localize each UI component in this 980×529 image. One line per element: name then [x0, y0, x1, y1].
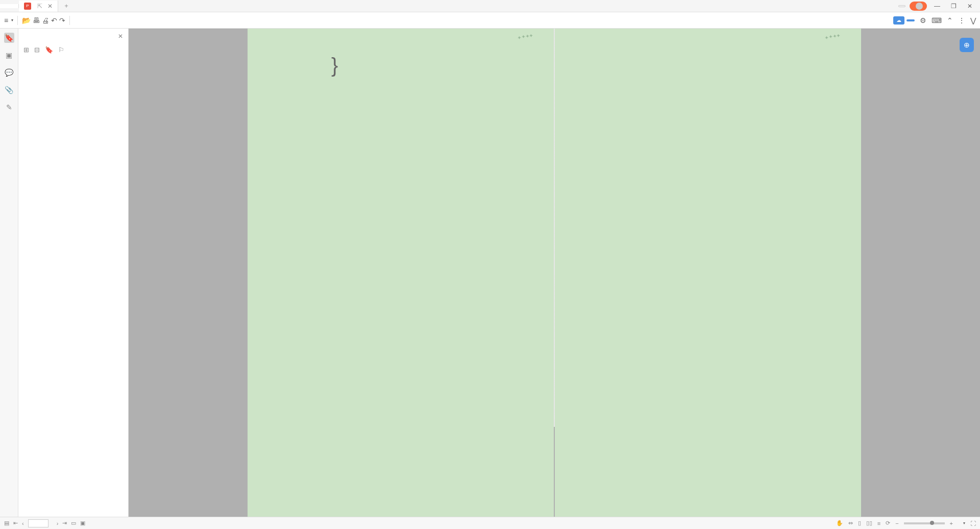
bookmarks-tree — [18, 56, 128, 517]
bm-flag-icon[interactable]: ⚐ — [58, 46, 64, 54]
document-viewport[interactable]: ⊕ ✦✦✦✦ } } — [129, 29, 980, 517]
pdf-page-left: ✦✦✦✦ } } — [248, 29, 554, 517]
bookmarks-close-icon[interactable]: ✕ — [118, 33, 123, 40]
sb-prev-page-icon[interactable]: ‹ — [22, 520, 24, 526]
avatar-icon — [916, 3, 923, 10]
bookmarks-panel: ✕ ⊞ ⊟ 🔖 ⚐ — [18, 29, 129, 517]
sb-zoom-in-icon[interactable]: + — [950, 520, 953, 526]
sb-rotate-icon[interactable]: ⟳ — [886, 520, 890, 526]
sidebar-bookmarks-icon[interactable]: 🔖 — [4, 33, 14, 43]
menubar: ≡ ▾ 📂 🖶 🖨 ↶ ↷ ☁ ⚙ ⌨ ⌃ ⋮ ⋁ — [0, 12, 980, 29]
sb-single-page-icon[interactable]: ▯ — [858, 520, 861, 526]
watermark-icon: ✦✦✦✦ — [824, 32, 841, 40]
float-tool-button[interactable]: ⊕ — [960, 38, 974, 52]
chevron-up-icon[interactable]: ⌃ — [947, 16, 953, 25]
sidebar-icon-rail: 🔖 ▣ 💬 📎 ✎ — [0, 29, 18, 517]
zoom-slider[interactable] — [904, 522, 945, 524]
print-icon[interactable]: 🖶 — [33, 16, 40, 25]
tab-close-icon[interactable]: ✕ — [47, 3, 53, 10]
page-number-input[interactable] — [28, 519, 48, 527]
pdf-icon: P — [24, 3, 31, 10]
sb-zoom-out-icon[interactable]: − — [895, 520, 898, 526]
sb-first-page-icon[interactable]: ⇤ — [13, 520, 18, 526]
bm-collapse-icon[interactable]: ⊟ — [34, 46, 40, 54]
pdf-page-right: ✦✦✦✦ — [555, 29, 861, 517]
file-menu[interactable]: ▾ — [10, 18, 13, 22]
sb-hand-icon[interactable]: ✋ — [836, 520, 843, 526]
keyboard-icon[interactable]: ⌨ — [932, 16, 942, 25]
sb-last-page-icon[interactable]: ⇥ — [62, 520, 67, 526]
titlebar: P ⇱ ✕ ＋ — ❐ ✕ — [0, 0, 980, 12]
settings-icon[interactable]: ⚙ — [920, 16, 926, 25]
sidebar-thumbnails-icon[interactable]: ▣ — [4, 50, 14, 60]
menu-hamburger-icon[interactable]: ≡ — [4, 16, 8, 25]
sb-continuous-icon[interactable]: ≡ — [877, 520, 880, 526]
window-restore-icon[interactable]: ❐ — [947, 3, 960, 10]
bm-add-icon[interactable]: 🔖 — [45, 46, 53, 54]
print-quick-icon[interactable]: 🖨 — [42, 16, 49, 25]
more-menu-icon[interactable]: ⋮ — [958, 16, 965, 25]
sb-presentation-icon[interactable]: ▣ — [80, 520, 85, 526]
sb-fit-width-icon[interactable]: ⇔ — [848, 520, 853, 526]
tab-add-button[interactable]: ＋ — [58, 0, 75, 12]
tab-pin-icon[interactable]: ⇱ — [37, 3, 42, 10]
cloud-sync[interactable]: ☁ — [893, 16, 915, 25]
tab-home[interactable] — [0, 4, 19, 8]
bm-expand-icon[interactable]: ⊞ — [23, 46, 29, 54]
notification-badge[interactable] — [898, 5, 905, 7]
expand-icon[interactable]: ⋁ — [970, 16, 976, 25]
window-close-icon[interactable]: ✕ — [964, 3, 976, 10]
open-icon[interactable]: 📂 — [22, 16, 31, 25]
sidebar-tools-icon[interactable]: ✎ — [4, 102, 14, 112]
bookmarks-toolbar: ⊞ ⊟ 🔖 ⚐ — [18, 44, 128, 56]
sb-next-page-icon[interactable]: › — [57, 520, 59, 526]
sb-thumbnails-icon[interactable]: ▤ — [4, 520, 9, 526]
login-button[interactable] — [910, 2, 927, 11]
sidebar-comments-icon[interactable]: 💬 — [4, 67, 14, 78]
statusbar: ▤ ⇤ ‹ › ⇥ ▭ ▣ ✋ ⇔ ▯ ▯▯ ≡ ⟳ − + ▾ ⛶ — [0, 517, 980, 529]
cloud-icon: ☁ — [893, 16, 904, 25]
sb-two-page-icon[interactable]: ▯▯ — [866, 520, 872, 526]
sidebar-attachments-icon[interactable]: 📎 — [4, 85, 14, 95]
undo-icon[interactable]: ↶ — [51, 16, 57, 25]
tab-document[interactable]: P ⇱ ✕ — [19, 1, 58, 12]
redo-icon[interactable]: ↷ — [59, 16, 65, 25]
upload-button[interactable] — [906, 19, 915, 21]
sb-fullscreen-icon[interactable]: ⛶ — [970, 520, 976, 526]
sb-reading-mode-icon[interactable]: ▭ — [71, 520, 76, 526]
window-minimize-icon[interactable]: — — [931, 3, 943, 10]
